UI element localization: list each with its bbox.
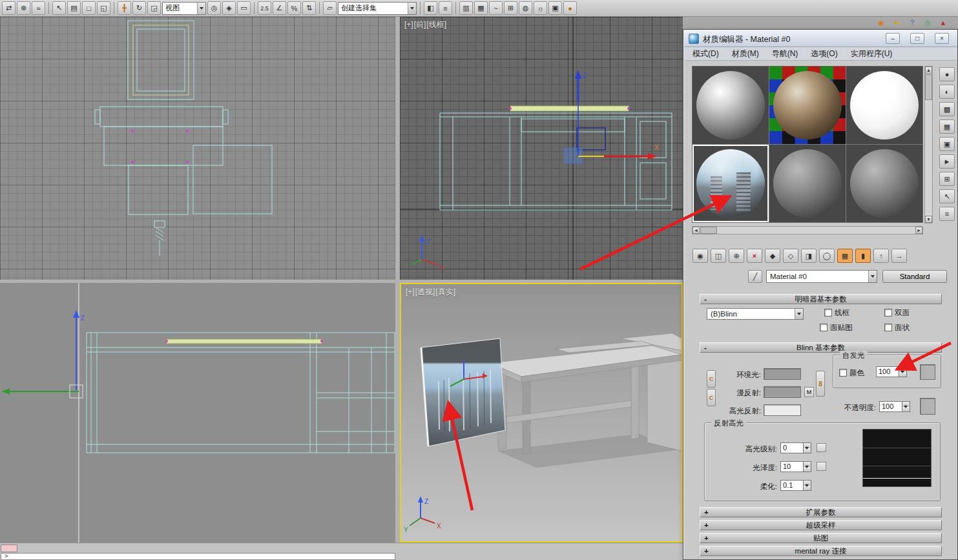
menu-item-mode[interactable]: 模式(D) — [692, 48, 719, 59]
bind-to-space-warp-icon[interactable]: ≈ — [32, 1, 45, 15]
rectangular-selection-icon[interactable]: □ — [82, 1, 96, 15]
window-crossing-icon[interactable]: ◱ — [97, 1, 110, 15]
diffuse-map-button[interactable]: M — [804, 387, 814, 397]
select-and-scale-icon[interactable]: ◲ — [147, 1, 161, 15]
rendered-frame-window-icon[interactable]: ▣ — [548, 1, 562, 15]
soften-value[interactable]: 0.1 — [780, 480, 804, 491]
background-icon[interactable]: ▩ — [939, 102, 955, 116]
glossiness-value[interactable]: 10 — [780, 461, 804, 472]
snaps-toggle-icon[interactable]: 2.5 — [258, 1, 271, 15]
unlink-selection-icon[interactable]: ⊗ — [17, 1, 30, 15]
go-to-parent-icon[interactable]: ↑ — [873, 249, 889, 263]
select-and-rotate-icon[interactable]: ↻ — [132, 1, 146, 15]
scrollbar-thumb[interactable] — [925, 74, 932, 100]
maxscript-mini-listener[interactable]: > — [1, 553, 395, 560]
material-sample-slot-4-active[interactable] — [692, 145, 769, 222]
material-editor-options-icon[interactable]: ⊞ — [939, 172, 955, 186]
assign-material-to-selection-icon[interactable]: ⊕ — [729, 249, 744, 263]
render-setup-icon[interactable]: ☼ — [534, 1, 547, 15]
material-type-button[interactable]: Standard — [882, 270, 947, 283]
sign-in-icon[interactable]: ▲ — [938, 17, 948, 28]
viewport-menu-pov[interactable]: [透视] — [415, 287, 435, 296]
ambient-color-swatch[interactable] — [764, 368, 801, 380]
self-illum-spinner[interactable]: 100 — [876, 366, 907, 377]
scroll-down-icon[interactable]: ▼ — [925, 216, 932, 223]
self-illum-color-slot[interactable] — [920, 364, 935, 380]
viewport-splitter-horizontal[interactable] — [0, 280, 683, 283]
select-and-manipulate-icon[interactable]: ◈ — [222, 1, 236, 15]
select-and-link-icon[interactable]: ⇄ — [2, 1, 16, 15]
viewport-perspective[interactable]: [+][透视][真实] — [400, 283, 683, 543]
rollout-mental-ray-connection[interactable]: + mental ray 连接 — [700, 546, 942, 556]
opacity-map-slot[interactable] — [920, 398, 935, 415]
material-sample-slot-6[interactable] — [846, 145, 922, 222]
edit-named-selection-sets-icon[interactable]: ▱ — [323, 1, 337, 15]
maxscript-macro-recorder[interactable] — [1, 544, 17, 552]
menu-item-options[interactable]: 选项(O) — [811, 48, 837, 59]
minimize-button[interactable]: – — [886, 33, 900, 44]
search-icon[interactable]: ◎ — [922, 17, 933, 28]
scroll-right-icon[interactable]: ► — [915, 227, 922, 234]
ambient-diffuse-lock-button[interactable]: C — [707, 370, 716, 388]
wire-checkbox[interactable]: 线框 — [824, 308, 849, 318]
rollout-supersampling[interactable]: + 超级采样 — [700, 520, 942, 530]
close-button[interactable]: × — [935, 33, 949, 44]
go-forward-to-sibling-icon[interactable]: → — [891, 249, 907, 263]
reference-coordinate-dropdown[interactable]: 视图 — [162, 2, 206, 15]
material-sample-slot-2[interactable] — [769, 67, 846, 144]
put-to-library-icon[interactable]: ◨ — [801, 249, 817, 263]
show-map-in-viewport-icon[interactable]: ▦ — [837, 249, 853, 263]
spinner-down-icon[interactable] — [899, 372, 906, 377]
curve-editor-icon[interactable]: ~ — [489, 1, 503, 15]
soften-spinner[interactable]: 0.1 — [780, 480, 811, 491]
specular-level-value[interactable]: 0 — [780, 442, 804, 453]
opacity-value[interactable]: 100 — [879, 401, 902, 412]
rollout-blinn-basic-parameters[interactable]: - Blinn 基本参数 — [700, 342, 942, 353]
viewport-front[interactable]: [+][前][线框] — [400, 17, 683, 280]
material-editor-icon[interactable]: ◍ — [519, 1, 532, 15]
schematic-view-icon[interactable]: ⊞ — [504, 1, 517, 15]
pick-material-from-object-icon[interactable]: ╱ — [748, 270, 762, 283]
material-sample-slot-1[interactable] — [692, 67, 769, 144]
viewport-top[interactable] — [0, 17, 395, 280]
spinner-snap-icon[interactable]: ⇅ — [302, 1, 316, 15]
shader-type-dropdown[interactable]: (B)Blinn — [707, 308, 804, 320]
glossiness-spinner[interactable]: 10 — [780, 461, 811, 472]
material-editor-titlebar[interactable]: 材质编辑器 - Material #0 – □ × — [684, 30, 957, 47]
specular-level-map-button[interactable] — [817, 443, 826, 452]
material-sample-slot-3[interactable] — [846, 67, 922, 144]
maximize-button[interactable]: □ — [910, 33, 924, 44]
select-by-material-icon[interactable]: ↖ — [939, 189, 955, 203]
diffuse-specular-lock-button[interactable]: C — [707, 389, 716, 406]
sample-uv-tiling-icon[interactable]: ▦ — [939, 119, 955, 134]
named-selection-set-dropdown[interactable]: 创建选择集 — [338, 2, 417, 15]
opacity-spinner[interactable]: 100 — [879, 401, 910, 412]
mirror-icon[interactable]: ◧ — [424, 1, 437, 15]
video-color-check-icon[interactable]: ▣ — [939, 137, 955, 151]
use-pivot-center-icon[interactable]: ◎ — [207, 1, 221, 15]
ambient-diffuse-map-lock-button[interactable]: 8 — [816, 371, 825, 397]
specular-color-swatch[interactable] — [764, 404, 801, 416]
select-and-move-icon[interactable]: ╋ — [118, 1, 131, 15]
show-end-result-icon[interactable]: ▮ — [855, 249, 871, 263]
backlight-icon[interactable]: ◐ — [939, 85, 955, 99]
specular-level-spinner[interactable]: 0 — [780, 442, 811, 453]
slots-horizontal-scrollbar[interactable]: ◄ ► — [692, 226, 923, 234]
rollout-extended-parameters[interactable]: + 扩展参数 — [700, 507, 942, 517]
diffuse-color-swatch[interactable] — [764, 386, 801, 398]
menu-item-navigation[interactable]: 导航(N) — [772, 48, 798, 59]
viewport-menu-general[interactable]: [+] — [404, 20, 413, 29]
graphite-modeling-icon[interactable]: ▦ — [474, 1, 488, 15]
make-preview-icon[interactable]: ► — [939, 154, 955, 169]
viewport-menu-general[interactable]: [+] — [406, 287, 415, 296]
face-map-checkbox[interactable]: 面贴图 — [820, 323, 853, 333]
reset-map-icon[interactable]: × — [747, 249, 762, 263]
two-sided-checkbox[interactable]: 双面 — [884, 308, 910, 318]
align-icon[interactable]: ≡ — [439, 1, 452, 15]
faceted-checkbox[interactable]: 面状 — [884, 323, 910, 333]
viewport-menu-pov[interactable]: [前] — [414, 20, 426, 29]
spinner-down-icon[interactable] — [902, 407, 910, 412]
favorites-icon[interactable]: ★ — [891, 17, 902, 28]
select-by-name-icon[interactable]: ▤ — [67, 1, 81, 15]
communication-center-icon[interactable]: ◉ — [876, 17, 886, 28]
